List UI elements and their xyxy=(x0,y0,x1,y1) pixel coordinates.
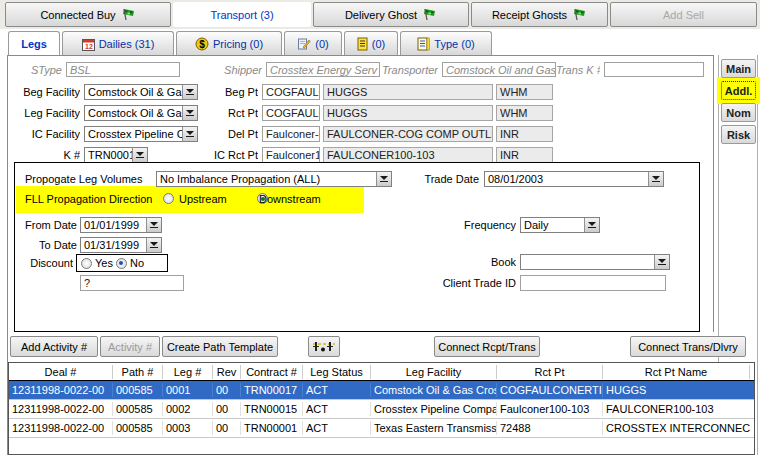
beg-pt-code-field[interactable]: COGFAULCON xyxy=(262,84,320,100)
ic-facility-combo[interactable]: Crosstex Pipeline Comp xyxy=(84,126,198,142)
column-header[interactable]: Rct Pt Name xyxy=(603,365,750,379)
trade-date-combo[interactable]: 08/01/2003 xyxy=(484,171,664,187)
column-header[interactable]: Rct Pt xyxy=(497,365,603,379)
upstream-radio[interactable] xyxy=(163,193,174,204)
panel-top-border xyxy=(7,55,714,56)
propagate-value: No Imbalance Propagation (ALL) xyxy=(157,172,376,186)
tab-add-sell-label: Add Sell xyxy=(663,9,704,21)
table-row[interactable]: 12311998-0022-00 000585 0002 00 TRN00015… xyxy=(9,400,754,419)
cell-path: 000585 xyxy=(113,383,163,397)
dropdown-arrow-icon[interactable] xyxy=(182,85,197,99)
tab-pricing[interactable]: $ Pricing (0) xyxy=(176,31,282,56)
k-number-combo[interactable]: TRN00017 xyxy=(84,147,148,163)
connect-rcpt-trans-button[interactable]: Connect Rcpt/Trans xyxy=(434,336,540,357)
tab-connected-buy[interactable]: Connected Buy xyxy=(5,2,171,27)
dropdown-arrow-icon[interactable] xyxy=(584,218,599,232)
stype-label: SType xyxy=(14,64,62,76)
table-row[interactable]: 12311998-0022-00 000585 0001 00 TRN00017… xyxy=(9,381,754,400)
trans-k-label: Trans K # xyxy=(556,64,600,76)
tab-add-sell: Add Sell xyxy=(610,2,757,27)
transporter-field[interactable]: Comstock Oil and Gas xyxy=(442,62,556,77)
discount-yes-radio[interactable] xyxy=(81,258,92,269)
sidebar-item-addl[interactable]: Addl. xyxy=(721,81,756,100)
cell-leg: 0001 xyxy=(163,383,213,397)
frequency-combo[interactable]: Daily xyxy=(520,217,600,233)
tab-transport-label: Transport (3) xyxy=(210,9,273,21)
dropdown-arrow-icon[interactable] xyxy=(132,148,147,162)
svg-text:12: 12 xyxy=(85,43,93,50)
dropdown-arrow-icon[interactable] xyxy=(648,172,663,186)
sidebar-nom-label: Nom xyxy=(726,107,750,119)
beg-facility-label: Beg Facility xyxy=(8,86,80,98)
column-header[interactable]: Path # xyxy=(113,365,163,379)
sidebar-item-main[interactable]: Main xyxy=(721,59,756,78)
leg-facility-combo[interactable]: Comstock Oil & Gas Cro xyxy=(84,105,198,121)
leg-facility-label: Leg Facility xyxy=(8,107,80,119)
tab-type[interactable]: Type (0) xyxy=(400,31,492,56)
cell-contract: TRN00015 xyxy=(241,402,303,416)
ic-facility-value: Crosstex Pipeline Comp xyxy=(85,127,182,141)
svg-text:$: $ xyxy=(199,39,205,50)
create-path-template-label: Create Path Template xyxy=(167,341,273,353)
tab-legs[interactable]: Legs xyxy=(8,31,60,56)
calendar-icon: 12 xyxy=(82,38,95,51)
create-path-template-button[interactable]: Create Path Template xyxy=(162,336,278,357)
client-trade-id-field[interactable] xyxy=(520,275,666,291)
propagate-label: Propogate Leg Volumes xyxy=(25,173,155,185)
cell-rct-pt-name: CROSSTEX INTERCONNECT xyxy=(603,421,750,435)
to-date-combo[interactable]: 01/31/1999 xyxy=(80,237,162,253)
table-row[interactable]: 12311998-0022-00 000585 0003 00 TRN00001… xyxy=(9,419,754,438)
del-pt-code-field[interactable]: Faulconer-CO xyxy=(262,126,320,142)
discount-no-radio[interactable] xyxy=(116,258,127,269)
stype-field[interactable]: BSL xyxy=(66,62,180,77)
discount-yes-label: Yes xyxy=(95,257,113,269)
tab-delivery-ghost[interactable]: Delivery Ghost xyxy=(313,2,469,27)
cell-leg-facility: Comstock Oil & Gas Cros xyxy=(371,383,497,397)
discount-no-label: No xyxy=(130,257,144,269)
legs-grid: Deal # Path # Leg # Rev Contract # Leg S… xyxy=(8,362,755,455)
shipper-field[interactable]: Crosstex Energy Serv xyxy=(266,62,380,77)
tab-dailies[interactable]: 12 Dailies (31) xyxy=(62,31,174,56)
dropdown-arrow-icon[interactable] xyxy=(182,127,197,141)
tab-notes[interactable]: (0) xyxy=(284,31,342,56)
connect-trans-dlvry-label: Connect Trans/Dlvry xyxy=(638,341,738,353)
panel-right-border xyxy=(713,55,714,332)
shipper-label: Shipper xyxy=(200,64,262,76)
sidebar-addl-label: Addl. xyxy=(725,85,753,97)
add-activity-button[interactable]: Add Activity # xyxy=(10,336,98,357)
beg-facility-combo[interactable]: Comstock Oil & Gas Cro xyxy=(84,84,198,100)
propagate-combo[interactable]: No Imbalance Propagation (ALL) xyxy=(156,171,392,187)
path-diagram-button[interactable] xyxy=(308,336,340,357)
tab-transport[interactable]: Transport (3) xyxy=(173,2,311,27)
column-header[interactable]: Deal # xyxy=(9,365,113,379)
sidebar-item-risk[interactable]: Risk xyxy=(721,125,756,144)
book-combo[interactable] xyxy=(520,254,670,270)
column-header[interactable]: Leg Status xyxy=(303,365,371,379)
dropdown-arrow-icon[interactable] xyxy=(146,218,161,232)
tab-connected-buy-label: Connected Buy xyxy=(40,9,115,21)
dropdown-arrow-icon[interactable] xyxy=(376,172,391,186)
tab-dailies-label: Dailies (31) xyxy=(99,38,155,50)
column-header[interactable]: Rev xyxy=(213,365,241,379)
ic-rct-pt-name-field: FAULCONER100-103 xyxy=(323,147,493,163)
column-header[interactable]: Leg # xyxy=(163,365,213,379)
rct-pt-code-field[interactable]: COGFAULCON xyxy=(262,105,320,121)
to-date-value: 01/31/1999 xyxy=(81,238,146,252)
tab-ledger[interactable]: (0) xyxy=(344,31,398,56)
dropdown-arrow-icon[interactable] xyxy=(182,106,197,120)
connect-rcpt-trans-label: Connect Rcpt/Trans xyxy=(438,341,535,353)
cell-deal: 12311998-0022-00 xyxy=(9,421,113,435)
trans-k-field[interactable] xyxy=(604,62,704,77)
dropdown-arrow-icon[interactable] xyxy=(146,238,161,252)
connect-trans-dlvry-button[interactable]: Connect Trans/Dlvry xyxy=(630,336,746,357)
ic-rct-pt-code-field[interactable]: Faulconer100- xyxy=(262,147,320,163)
cell-rev: 00 xyxy=(213,421,241,435)
column-header[interactable]: Contract # xyxy=(241,365,303,379)
column-header[interactable]: Leg Facility xyxy=(371,365,497,379)
tab-receipt-ghosts[interactable]: Receipt Ghosts xyxy=(471,2,608,27)
dropdown-arrow-icon[interactable] xyxy=(654,255,669,269)
sidebar-item-nom[interactable]: Nom xyxy=(721,103,756,122)
unknown-field[interactable]: ? xyxy=(80,275,184,291)
from-date-combo[interactable]: 01/01/1999 xyxy=(80,217,162,233)
k-number-value: TRN00017 xyxy=(85,148,132,162)
